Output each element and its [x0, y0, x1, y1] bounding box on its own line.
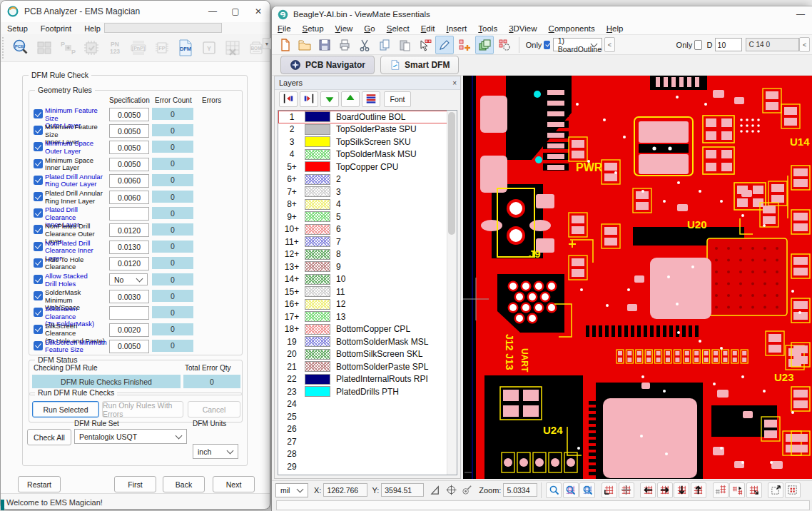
rule-checkbox[interactable] — [34, 258, 43, 268]
origin-crosshair-icon[interactable] — [444, 483, 458, 497]
layer-color-swatch[interactable] — [305, 186, 330, 197]
layer-down-button[interactable] — [320, 91, 339, 107]
zoom-grid-all-button[interactable] — [579, 482, 595, 498]
restart-button[interactable]: Restart — [18, 476, 61, 492]
layer-row[interactable]: 10+6 — [278, 223, 457, 236]
rule-spec-input[interactable] — [109, 108, 149, 121]
grid-nudge-button[interactable] — [746, 482, 762, 498]
zoom-small-large-button[interactable] — [713, 482, 729, 498]
pad-dcode-button[interactable] — [495, 36, 514, 54]
y-box-button[interactable]: Y — [198, 36, 220, 59]
layer-row[interactable]: 2TopSolderPaste SPU — [278, 123, 457, 136]
rule-spec-input[interactable] — [109, 323, 149, 337]
layer-color-swatch[interactable] — [305, 199, 330, 210]
layer-order-button[interactable] — [362, 91, 380, 107]
menu-item-help[interactable]: Help — [78, 24, 107, 33]
maximize-button[interactable]: ▢ — [224, 1, 247, 21]
run-only-rules-with-errors-button[interactable]: Run Only Rules With Errors — [102, 401, 183, 418]
tab-smart-dfm[interactable]: Smart DFM — [380, 56, 459, 74]
pcb-search-button[interactable]: PCB — [9, 36, 32, 59]
layer-first-button[interactable] — [279, 91, 298, 107]
rule-checkbox[interactable] — [34, 225, 43, 234]
title-bar[interactable]: BeagleY-AI.bin - ViewMate Essentials — — [272, 6, 812, 22]
layer-color-swatch[interactable] — [305, 349, 330, 360]
layer-row[interactable]: 24 — [278, 398, 457, 411]
zoom-grid-sel-button[interactable] — [563, 482, 579, 498]
layer-row[interactable]: 4TopSolderMask MSU — [278, 148, 457, 161]
only-layer-checkbox[interactable] — [544, 41, 549, 49]
pan-down-button[interactable] — [674, 482, 689, 498]
title-bar[interactable]: PCB Analyzer - EMS Magician — ▢ ✕ — [1, 1, 270, 22]
save-button[interactable] — [315, 36, 334, 54]
layer-color-swatch[interactable] — [305, 274, 330, 285]
rule-spec-input[interactable] — [109, 124, 149, 138]
cut-button[interactable] — [355, 36, 374, 54]
dfm-rule-set-select[interactable]: Pentalogix USQT — [74, 429, 187, 444]
tab-pcb-navigator[interactable]: PCB Navigator — [280, 56, 375, 74]
layer-row[interactable]: 26 — [278, 423, 457, 436]
rule-spec-input[interactable] — [109, 257, 149, 270]
grid-corner-button[interactable] — [602, 482, 617, 498]
toolbar-overflow-button[interactable]: ▼ — [263, 38, 271, 49]
zoom-point-button[interactable] — [546, 482, 562, 498]
minimize-button[interactable]: — — [201, 1, 224, 21]
open-folder-button[interactable] — [295, 36, 314, 54]
menu-item-setup[interactable]: Setup — [297, 24, 330, 33]
minimize-button[interactable]: — — [789, 6, 812, 22]
layer-row[interactable]: 16+12 — [278, 298, 457, 311]
rule-checkbox[interactable] — [34, 242, 43, 251]
close-panel-icon[interactable]: × — [452, 79, 457, 87]
rule-spec-select[interactable]: No — [109, 273, 148, 285]
rule-checkbox[interactable] — [34, 126, 43, 135]
rule-checkbox[interactable] — [34, 291, 43, 300]
menu-item-file[interactable]: File — [272, 24, 297, 33]
layer-color-swatch[interactable] — [305, 111, 330, 122]
rule-spec-input[interactable] — [109, 223, 149, 237]
layer-row[interactable]: 12+8 — [278, 248, 457, 261]
layer-row[interactable]: 17+13 — [278, 310, 457, 323]
first-button[interactable]: First — [114, 476, 156, 492]
layer-row[interactable]: 15+11 — [278, 285, 457, 298]
rule-checkbox[interactable] — [34, 142, 43, 151]
dcode-input[interactable] — [715, 38, 742, 51]
layer-row[interactable]: 9+5 — [278, 211, 457, 223]
place-parts-button[interactable]: PP — [56, 36, 79, 59]
layer-row[interactable]: 27 — [278, 435, 457, 448]
rule-spec-input[interactable] — [109, 290, 149, 303]
print-button[interactable] — [335, 36, 354, 54]
rule-spec-input[interactable] — [109, 207, 149, 221]
layer-color-swatch[interactable] — [305, 361, 330, 372]
menu-item-components[interactable]: Components — [543, 24, 601, 33]
layer-list-scrollbar[interactable] — [447, 111, 457, 475]
rule-checkbox[interactable] — [34, 341, 43, 350]
rule-spec-input[interactable] — [109, 340, 149, 353]
add-pad-button[interactable] — [455, 36, 474, 54]
layer-row[interactable]: 19BottomSolderMask MSL — [278, 335, 457, 348]
footprint-grid-button[interactable] — [33, 36, 56, 59]
layer-color-swatch[interactable] — [305, 261, 330, 272]
rule-checkbox[interactable] — [34, 192, 43, 201]
menu-item-select[interactable]: Select — [381, 24, 415, 33]
rule-spec-input[interactable] — [109, 158, 149, 171]
rule-checkbox[interactable] — [34, 308, 43, 317]
chip-check-button[interactable] — [80, 36, 103, 59]
rule-checkbox[interactable] — [34, 176, 43, 185]
rule-spec-input[interactable] — [109, 241, 149, 254]
layers-stack-button[interactable] — [475, 36, 494, 54]
layer-color-swatch[interactable] — [305, 211, 330, 222]
layer-row[interactable]: 25 — [278, 410, 457, 423]
toolbar-grip[interactable] — [2, 37, 7, 59]
layer-row[interactable]: 21BottomSolderPaste SPL — [278, 360, 457, 373]
draw-trace-button[interactable] — [435, 36, 454, 54]
back-button[interactable]: Back — [163, 476, 205, 492]
layer-color-swatch[interactable] — [305, 124, 330, 135]
rule-spec-input[interactable] — [109, 174, 149, 188]
pan-left-button[interactable] — [640, 482, 656, 498]
paste-button[interactable] — [395, 36, 414, 54]
layer-color-swatch[interactable] — [305, 224, 330, 235]
layer-color-swatch[interactable] — [305, 311, 330, 322]
rule-checkbox[interactable] — [34, 109, 43, 118]
probe-icon[interactable] — [460, 483, 474, 497]
only-dcode-checkbox[interactable] — [694, 40, 701, 50]
layer-color-swatch[interactable] — [305, 299, 330, 310]
